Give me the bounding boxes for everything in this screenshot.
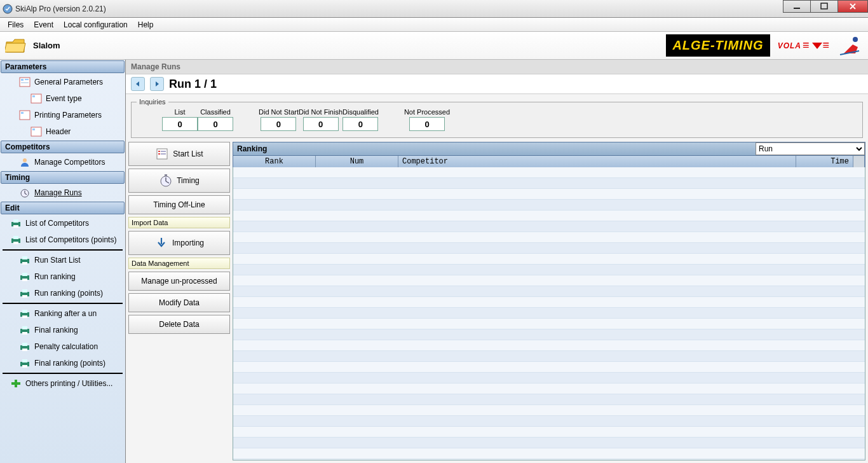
timing-offline-button[interactable]: Timing Off-Line (128, 195, 230, 214)
menu-local-configuration[interactable]: Local configuration (58, 19, 133, 31)
table-row[interactable] (233, 319, 865, 329)
sidebar-item-ranking-after-run[interactable]: Ranking after a un (0, 305, 125, 322)
svg-rect-44 (11, 382, 20, 385)
sidebar-item-final-ranking-points[interactable]: Final ranking (points) (0, 355, 125, 371)
printer-icon (19, 308, 31, 319)
sidebar-item-run-ranking-points[interactable]: Run ranking (points) (0, 285, 125, 301)
sidebar-section-parameters: Parameters (1, 60, 125, 73)
svg-rect-13 (32, 128, 35, 130)
col-rank[interactable]: Rank (233, 156, 316, 167)
svg-rect-24 (22, 262, 27, 265)
params-icon (19, 77, 31, 87)
table-row[interactable] (233, 405, 865, 416)
table-row[interactable] (233, 416, 865, 427)
printer-icon (19, 358, 31, 368)
table-row[interactable] (233, 297, 865, 308)
minimize-button[interactable] (783, 0, 811, 13)
col-competitor[interactable]: Competitor (398, 156, 796, 167)
sidebar-item-printing-parameters[interactable]: Printing Parameters (0, 107, 125, 123)
modify-data-button[interactable]: Modify Data (128, 293, 230, 312)
svg-rect-1 (794, 8, 800, 9)
svg-rect-30 (22, 295, 27, 298)
sidebar-item-manage-competitors[interactable]: Manage Competitors (0, 154, 125, 170)
table-row[interactable] (233, 438, 865, 448)
table-row[interactable] (233, 200, 865, 211)
maximize-button[interactable] (810, 0, 838, 13)
timing-button[interactable]: Timing (128, 169, 230, 193)
sidebar-item-run-start-list[interactable]: Run Start List (0, 252, 125, 268)
sidebar-item-others-printing[interactable]: Others printing / Utilities... (0, 375, 125, 392)
table-row[interactable] (233, 243, 865, 254)
sidebar: Parameters General Parameters Event type… (0, 60, 126, 463)
clock-icon (19, 188, 31, 198)
sidebar-section-edit: Edit (1, 202, 125, 214)
table-row[interactable] (233, 427, 865, 438)
sidebar-item-penalty-calculation[interactable]: Penalty calculation (0, 338, 125, 355)
sidebar-item-list-competitors-points[interactable]: List of Competitors (points) (0, 232, 125, 248)
svg-rect-2 (821, 3, 827, 9)
inquiry-label-list: List (174, 108, 185, 116)
svg-rect-17 (13, 219, 18, 223)
prev-run-button[interactable] (131, 77, 145, 91)
table-row[interactable] (233, 373, 865, 384)
sidebar-item-header[interactable]: Header (0, 123, 125, 140)
svg-rect-9 (32, 95, 35, 97)
table-row[interactable] (233, 351, 865, 362)
app-icon (3, 4, 13, 14)
col-time[interactable]: Time (796, 156, 853, 167)
ranking-run-select[interactable]: Run (756, 142, 865, 155)
delete-data-button[interactable]: Delete Data (128, 315, 230, 334)
menubar: Files Event Local configuration Help (0, 18, 868, 32)
inquiry-list-value[interactable] (162, 117, 198, 131)
start-list-button[interactable]: Start List (128, 142, 230, 166)
menu-event[interactable]: Event (29, 19, 58, 31)
ranking-body[interactable] (233, 167, 865, 460)
close-button[interactable] (837, 0, 868, 13)
menu-help[interactable]: Help (133, 19, 159, 31)
inquiry-dsq-value[interactable] (342, 117, 378, 131)
inquiry-np-value[interactable] (409, 117, 445, 131)
inquiry-dns-value[interactable] (261, 117, 296, 131)
sidebar-item-general-parameters[interactable]: General Parameters (0, 74, 125, 90)
sidebar-item-run-ranking[interactable]: Run ranking (0, 268, 125, 285)
sidebar-divider (3, 303, 123, 304)
table-row[interactable] (233, 384, 865, 394)
table-row[interactable] (233, 232, 865, 243)
svg-rect-23 (22, 256, 27, 259)
window-title: SkiAlp Pro (version 2.0.21) (15, 4, 106, 13)
sidebar-item-final-ranking[interactable]: Final ranking (0, 322, 125, 338)
sidebar-item-list-competitors[interactable]: List of Competitors (0, 215, 125, 232)
next-run-button[interactable] (150, 77, 164, 91)
sidebar-item-manage-runs[interactable]: Manage Runs (0, 184, 125, 201)
table-row[interactable] (233, 329, 865, 340)
menu-files[interactable]: Files (3, 19, 29, 31)
table-row[interactable] (233, 167, 865, 178)
table-row[interactable] (233, 275, 865, 286)
table-row[interactable] (233, 178, 865, 189)
manage-unprocessed-button[interactable]: Manage un-processed (128, 272, 230, 291)
table-row[interactable] (233, 362, 865, 373)
inquiries-fieldset: Inquiries List Classified Did Not Start … (131, 98, 863, 138)
sidebar-item-event-type[interactable]: Event type (0, 90, 125, 107)
params-icon (31, 93, 42, 104)
importing-button[interactable]: Importing (128, 231, 230, 255)
table-row[interactable] (233, 189, 865, 200)
inquiry-dnf-value[interactable] (303, 117, 339, 131)
col-num[interactable]: Num (316, 156, 398, 167)
inquiry-label-dnf: Did Not Finish (299, 108, 342, 116)
inquiry-classified-value[interactable] (198, 117, 233, 131)
svg-rect-39 (22, 349, 27, 351)
svg-rect-33 (22, 315, 27, 318)
table-row[interactable] (233, 448, 865, 459)
svg-rect-41 (22, 359, 27, 363)
table-row[interactable] (233, 265, 865, 275)
table-row[interactable] (233, 221, 865, 232)
table-row[interactable] (233, 211, 865, 221)
table-row[interactable] (233, 286, 865, 297)
printer-icon (19, 255, 31, 265)
table-row[interactable] (233, 254, 865, 265)
table-row[interactable] (233, 394, 865, 405)
table-row[interactable] (233, 340, 865, 351)
table-row[interactable] (233, 308, 865, 319)
inquiry-label-classified: Classified (200, 108, 231, 116)
